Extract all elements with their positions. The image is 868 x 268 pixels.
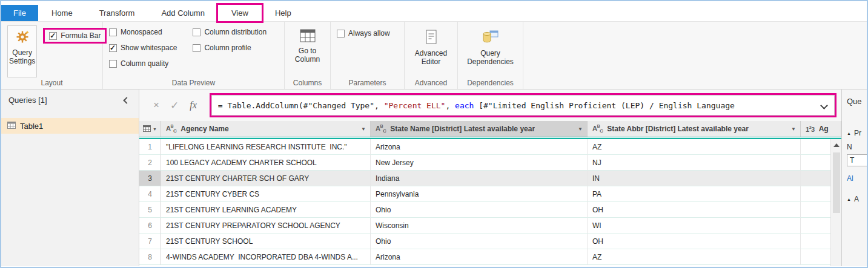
group-label-parameters: Parameters: [331, 79, 404, 87]
query-dependencies-label: Query Dependencies: [466, 49, 514, 66]
row-number[interactable]: 8: [139, 249, 161, 265]
table-cell[interactable]: OH: [588, 202, 801, 218]
column-header-1[interactable]: ABCAgency Name▼: [161, 121, 371, 137]
table-cell[interactable]: Pennsylvania: [371, 186, 588, 202]
select-all-corner[interactable]: ▼: [139, 121, 161, 137]
formula-bar-checkbox[interactable]: Formula Bar: [49, 31, 101, 40]
column-quality-checkbox[interactable]: Column quality: [109, 59, 177, 68]
table-cell[interactable]: NJ: [588, 155, 801, 171]
table-row[interactable]: 621ST CENTURY PREPARATORY SCHOOL AGENCYW…: [139, 218, 841, 234]
table-cell[interactable]: 100 LEGACY ACADEMY CHARTER SCHOOL: [161, 155, 371, 171]
checkbox-box: [337, 30, 345, 38]
table-cell[interactable]: AZ: [588, 139, 801, 155]
table-cell[interactable]: AZ: [588, 249, 801, 265]
row-number[interactable]: 5: [139, 202, 161, 218]
column-profile-checkbox[interactable]: Column profile: [193, 44, 267, 52]
monospaced-checkbox[interactable]: Monospaced: [109, 28, 177, 36]
table-cell[interactable]: Arizona: [371, 139, 588, 155]
table-cell[interactable]: Arizona: [371, 249, 588, 265]
grid-body: 1"LIFELONG LEARNING RESEARCH INSTITUTE I…: [139, 139, 841, 265]
checkbox-label: Column quality: [121, 59, 168, 68]
go-to-column-button[interactable]: Go to Column: [291, 27, 324, 66]
group-label-data-preview: Data Preview: [103, 79, 284, 87]
query-item-table1[interactable]: Table1: [1, 118, 139, 134]
column-header-3[interactable]: ABCState Abbr [District] Latest availabl…: [588, 121, 801, 137]
table-cell[interactable]: Ohio: [371, 202, 588, 218]
ribbon-view-tab-content: Query Settings Formula Bar Layout Monosp…: [1, 22, 867, 90]
table-cell[interactable]: 21ST CENTURY CYBER CS: [161, 186, 371, 202]
table-row[interactable]: 2100 LEGACY ACADEMY CHARTER SCHOOLNew Je…: [139, 155, 841, 171]
table-cell[interactable]: 21ST CENTURY SCHOOL: [161, 234, 371, 249]
row-number[interactable]: 3: [139, 171, 161, 186]
gear-icon: [15, 30, 30, 46]
table-cell[interactable]: WI: [588, 218, 801, 234]
always-allow-checkbox[interactable]: Always allow: [337, 29, 398, 38]
all-properties-link[interactable]: Al: [847, 174, 867, 183]
query-settings-pane: Que ▲ Pr N T Al ▲ A: [841, 90, 867, 266]
checkbox-box: [193, 28, 200, 36]
table-row[interactable]: 321ST CENTURY CHARTER SCH OF GARYIndiana…: [139, 171, 841, 186]
query-dependencies-button[interactable]: Query Dependencies: [464, 27, 517, 68]
ribbon-tab-transform[interactable]: Transform: [86, 5, 148, 21]
vertical-scrollbar[interactable]: [830, 139, 841, 266]
commit-formula-icon[interactable]: ✓: [165, 99, 184, 112]
number-type-icon: 123: [806, 125, 815, 133]
code-document-icon: [423, 29, 439, 47]
table-cell[interactable]: Wisconsin: [371, 218, 588, 234]
applied-steps-section-header[interactable]: ▲ A: [847, 195, 867, 203]
filter-dropdown-icon[interactable]: ▼: [787, 126, 800, 132]
column-header-label: State Abbr [District] Latest available y…: [607, 125, 749, 133]
table-cell[interactable]: 4-WINDS ACADEMY INCORPORATED DBA 4-WINDS…: [161, 249, 371, 265]
table-row[interactable]: 1"LIFELONG LEARNING RESEARCH INSTITUTE I…: [139, 139, 841, 155]
table-cell[interactable]: 21ST CENTURY PREPARATORY SCHOOL AGENCY: [161, 218, 371, 234]
table-row[interactable]: 84-WINDS ACADEMY INCORPORATED DBA 4-WIND…: [139, 249, 841, 265]
annotation-box-formula-input: = Table.AddColumn(#"Changed Type", "Perc…: [210, 93, 837, 117]
column-distribution-checkbox[interactable]: Column distribution: [193, 28, 267, 36]
filter-dropdown-icon[interactable]: ▼: [357, 126, 370, 132]
scrollbar-thumb[interactable]: [833, 152, 840, 213]
query-name-input[interactable]: T: [847, 154, 867, 166]
table-cell[interactable]: IN: [588, 171, 801, 186]
table-cell[interactable]: Indiana: [371, 171, 588, 186]
table-cell[interactable]: 21ST CENTURY LEARNING ACADEMY: [161, 202, 371, 218]
scroll-up-icon[interactable]: [833, 143, 840, 147]
advanced-editor-button[interactable]: Advanced Editor: [411, 27, 451, 68]
ribbon-group-layout: Query Settings Formula Bar Layout: [1, 22, 103, 89]
table-cell[interactable]: "LIFELONG LEARNING RESEARCH INSTITUTE IN…: [161, 139, 371, 155]
ribbon-tab-add-column[interactable]: Add Column: [148, 5, 218, 21]
column-header-2[interactable]: ABCState Name [District] Latest availabl…: [371, 121, 588, 137]
ribbon-tab-help[interactable]: Help: [262, 5, 305, 21]
row-number[interactable]: 2: [139, 155, 161, 171]
column-grid-icon: [300, 29, 316, 44]
row-number[interactable]: 7: [139, 234, 161, 249]
table-row[interactable]: 521ST CENTURY LEARNING ACADEMYOhioOH: [139, 202, 841, 218]
ribbon-tab-file[interactable]: File: [1, 5, 38, 21]
row-number[interactable]: 1: [139, 139, 161, 155]
row-number[interactable]: 6: [139, 218, 161, 234]
fx-icon[interactable]: fx: [184, 100, 202, 111]
table-cell[interactable]: New Jersey: [371, 155, 588, 171]
table-cell[interactable]: Ohio: [371, 234, 588, 249]
ribbon-group-dependencies: Query Dependencies Dependencies: [458, 22, 523, 89]
cancel-formula-icon[interactable]: ×: [148, 99, 165, 111]
table-cell[interactable]: OH: [588, 234, 801, 249]
filter-dropdown-icon[interactable]: ▼: [574, 126, 587, 132]
group-label-columns: Columns: [285, 79, 330, 87]
ribbon-tab-view[interactable]: View: [218, 5, 262, 21]
table-cell[interactable]: PA: [588, 186, 801, 202]
formula-token-plain: ,: [445, 101, 455, 110]
table-row[interactable]: 421ST CENTURY CYBER CSPennsylvaniaPA: [139, 186, 841, 202]
table-row[interactable]: 721ST CENTURY SCHOOLOhioOH: [139, 234, 841, 249]
show-whitespace-checkbox[interactable]: Show whitespace: [109, 44, 177, 52]
column-header-4[interactable]: 123Ag: [801, 121, 841, 137]
table-cell[interactable]: 21ST CENTURY CHARTER SCH OF GARY: [161, 171, 371, 186]
expand-formula-icon[interactable]: [820, 102, 828, 109]
ribbon-tab-home[interactable]: Home: [38, 5, 86, 21]
query-settings-button[interactable]: Query Settings: [7, 25, 37, 77]
formula-input[interactable]: = Table.AddColumn(#"Changed Type", "Perc…: [211, 95, 835, 116]
grid-header-row: ▼ ABCAgency Name▼ABCState Name [District…: [139, 121, 841, 137]
row-number[interactable]: 4: [139, 186, 161, 202]
checkbox-label: Column distribution: [204, 28, 267, 36]
collapse-pane-icon[interactable]: [123, 97, 130, 103]
properties-section-header[interactable]: ▲ Pr: [847, 129, 867, 137]
